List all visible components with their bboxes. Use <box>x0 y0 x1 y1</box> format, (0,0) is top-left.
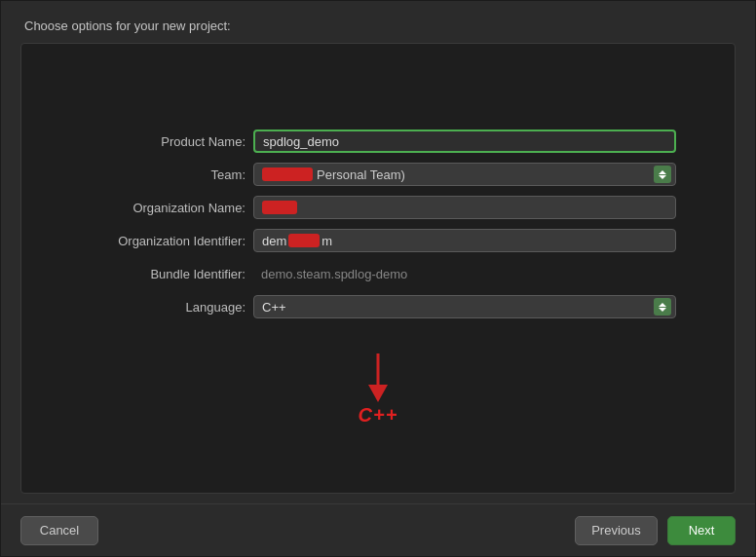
team-row: Team: Personal Team) <box>80 163 676 186</box>
team-redacted <box>262 167 313 181</box>
team-text: Personal Team) <box>317 167 405 182</box>
bundle-id-row: Bundle Identifier: demo.steam.spdlog-dem… <box>80 262 676 285</box>
footer-right-buttons: Previous Next <box>575 516 736 545</box>
arrow-down-icon <box>659 175 666 179</box>
svg-marker-1 <box>368 385 388 402</box>
product-name-input[interactable] <box>253 130 676 153</box>
arrow-up-icon <box>659 170 666 174</box>
new-project-dialog: Choose options for your new project: Pro… <box>0 0 756 557</box>
language-label: Language: <box>80 300 246 315</box>
language-select[interactable]: C++ <box>253 295 676 318</box>
next-button[interactable]: Next <box>667 516 736 545</box>
form-area: Product Name: Team: Personal Team) <box>21 110 735 338</box>
team-value-container: Personal Team) <box>262 167 405 182</box>
team-select-arrow <box>654 166 671 183</box>
annotation-area: C++ <box>359 353 398 427</box>
dialog-header: Choose options for your new project: <box>1 1 755 43</box>
product-name-label: Product Name: <box>80 134 246 149</box>
bundle-id-value: demo.steam.spdlog-demo <box>253 262 415 285</box>
org-name-row: Organization Name: <box>80 196 676 219</box>
org-id-row: Organization Identifier: demm <box>80 229 676 252</box>
dialog-content: Product Name: Team: Personal Team) <box>20 43 736 494</box>
language-row: Language: C++ <box>80 295 676 318</box>
annotation-label: C++ <box>359 404 398 427</box>
language-select-arrow <box>654 298 671 316</box>
org-id-display[interactable]: demm <box>253 229 676 252</box>
arrow-down-icon <box>659 308 666 312</box>
team-label: Team: <box>80 167 246 182</box>
product-name-row: Product Name: <box>80 130 676 153</box>
annotation-arrow-svg <box>359 353 397 402</box>
bundle-id-label: Bundle Identifier: <box>80 267 246 281</box>
team-select[interactable]: Personal Team) <box>253 163 676 186</box>
previous-button[interactable]: Previous <box>575 516 658 545</box>
org-name-label: Organization Name: <box>80 201 246 215</box>
org-id-label: Organization Identifier: <box>80 234 246 248</box>
cancel-button[interactable]: Cancel <box>20 516 98 545</box>
language-select-value: C++ <box>262 300 654 315</box>
org-name-display[interactable] <box>253 196 676 219</box>
arrow-up-icon <box>659 303 666 307</box>
dialog-footer: Cancel Previous Next <box>1 503 755 556</box>
